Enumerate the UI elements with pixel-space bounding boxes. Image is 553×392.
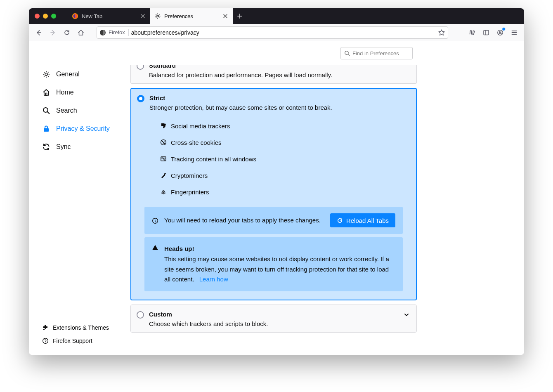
- reload-all-tabs-button[interactable]: Reload All Tabs: [330, 213, 395, 227]
- reload-message: You will need to reload your tabs to app…: [164, 215, 324, 226]
- radio-strict[interactable]: [137, 95, 144, 102]
- sidebar-label: Search: [56, 107, 77, 114]
- svg-rect-9: [45, 93, 47, 96]
- tab-new-tab[interactable]: New Tab: [68, 8, 150, 24]
- tracker-list: Social media trackers Cross-site cookies…: [131, 116, 416, 203]
- app-menu-button[interactable]: [508, 26, 521, 39]
- url-text: about:preferences#privacy: [131, 29, 435, 36]
- fingerprint-icon: [160, 189, 167, 195]
- tab-label: New Tab: [82, 13, 137, 19]
- tracker-item: Social media trackers: [160, 118, 416, 134]
- window-controls: [29, 8, 62, 24]
- library-button[interactable]: [466, 26, 479, 39]
- reload-button-label: Reload All Tabs: [346, 217, 389, 224]
- radio-standard[interactable]: [137, 65, 144, 70]
- firefox-icon: [99, 29, 106, 36]
- sidebar-item-sync[interactable]: Sync: [36, 138, 128, 156]
- window-blocked-icon: [160, 156, 167, 162]
- identity-box[interactable]: Firefox: [99, 29, 129, 36]
- tracker-label: Cryptominers: [171, 172, 208, 179]
- support-link[interactable]: Firefox Support: [36, 334, 128, 347]
- tab-label: Preferences: [164, 13, 219, 19]
- option-title: Custom: [149, 311, 268, 318]
- tracker-item: Tracking content in all windows: [160, 151, 416, 167]
- support-label: Firefox Support: [53, 338, 92, 344]
- tracker-label: Social media trackers: [171, 123, 230, 130]
- svg-point-11: [43, 338, 48, 344]
- search-placeholder: Find in Preferences: [352, 50, 399, 57]
- option-title: Strict: [149, 94, 332, 102]
- option-strict[interactable]: Strict Stronger protection, but may caus…: [130, 88, 417, 300]
- preferences-main[interactable]: Standard Balanced for protection and per…: [128, 65, 524, 355]
- sidebar-label: Home: [56, 89, 74, 96]
- svg-rect-4: [484, 30, 489, 35]
- option-description: Balanced for protection and performance.…: [149, 71, 332, 78]
- option-description: Stronger protection, but may cause some …: [149, 104, 332, 111]
- sidebar-label: Privacy & Security: [56, 125, 110, 132]
- preferences-sidebar: General Home Search Privacy & Security: [29, 65, 128, 355]
- svg-point-7: [345, 51, 348, 54]
- tracker-label: Fingerprinters: [171, 189, 209, 196]
- identity-label: Firefox: [109, 29, 125, 35]
- new-tab-button[interactable]: [233, 8, 247, 24]
- content-area: Find in Preferences General Home: [29, 41, 524, 355]
- learn-how-link[interactable]: Learn how: [199, 276, 228, 283]
- browser-window: New Tab Preferences: [29, 8, 524, 355]
- sidebar-item-search[interactable]: Search: [36, 102, 128, 120]
- preferences-search-input[interactable]: Find in Preferences: [340, 47, 413, 59]
- thumbs-down-icon: [160, 123, 167, 129]
- toolbar: Firefox about:preferences#privacy: [29, 24, 524, 41]
- bookmark-star-icon[interactable]: [438, 29, 445, 36]
- tracker-label: Tracking content in all windows: [171, 156, 256, 163]
- tracker-item: Cryptominers: [160, 167, 416, 184]
- svg-point-8: [45, 73, 47, 76]
- url-bar[interactable]: Firefox about:preferences#privacy: [97, 26, 448, 39]
- sidebar-label: Sync: [56, 143, 71, 151]
- close-tab-icon[interactable]: [222, 13, 228, 19]
- reload-button[interactable]: [60, 26, 73, 39]
- cryptominer-icon: [160, 172, 167, 179]
- close-window-button[interactable]: [35, 14, 40, 19]
- heads-up-title: Heads up!: [164, 245, 194, 252]
- home-button[interactable]: [74, 26, 87, 39]
- sidebar-item-home[interactable]: Home: [36, 83, 128, 102]
- svg-point-10: [43, 108, 48, 112]
- gear-favicon: [154, 13, 161, 19]
- reload-info-box: You will need to reload your tabs to app…: [144, 207, 403, 234]
- option-description: Choose which trackers and scripts to blo…: [149, 320, 268, 327]
- sidebar-label: General: [56, 71, 80, 78]
- heads-up-box: Heads up! This setting may cause some we…: [144, 237, 403, 291]
- minimize-window-button[interactable]: [43, 14, 48, 19]
- svg-point-14: [164, 142, 165, 142]
- titlebar: New Tab Preferences: [29, 8, 524, 24]
- firefox-favicon: [72, 13, 78, 19]
- svg-point-2: [157, 15, 158, 17]
- tracker-item: Fingerprinters: [160, 184, 416, 200]
- info-icon: [152, 217, 158, 224]
- warning-icon: [152, 244, 158, 251]
- heads-up-body: This setting may cause some websites to …: [164, 255, 389, 283]
- sidebar-item-general[interactable]: General: [36, 65, 128, 83]
- back-button[interactable]: [32, 26, 45, 39]
- option-custom[interactable]: Custom Choose which trackers and scripts…: [130, 305, 417, 333]
- tab-preferences[interactable]: Preferences: [150, 8, 233, 24]
- extensions-label: Extensions & Themes: [53, 324, 109, 331]
- option-standard[interactable]: Standard Balanced for protection and per…: [130, 65, 417, 84]
- tracker-item: Cross-site cookies: [160, 134, 416, 151]
- chevron-down-icon[interactable]: [403, 312, 410, 318]
- radio-custom[interactable]: [137, 311, 144, 319]
- cookie-blocked-icon: [160, 139, 167, 146]
- option-title: Standard: [149, 65, 332, 69]
- maximize-window-button[interactable]: [51, 14, 56, 19]
- forward-button[interactable]: [46, 26, 59, 39]
- account-button[interactable]: [494, 26, 507, 39]
- svg-point-6: [499, 31, 501, 33]
- sidebar-toggle-button[interactable]: [480, 26, 493, 39]
- sidebar-item-privacy[interactable]: Privacy & Security: [36, 120, 128, 138]
- close-tab-icon[interactable]: [140, 13, 146, 19]
- svg-point-15: [163, 143, 164, 144]
- tracker-label: Cross-site cookies: [171, 139, 222, 146]
- extensions-link[interactable]: Extensions & Themes: [36, 321, 128, 334]
